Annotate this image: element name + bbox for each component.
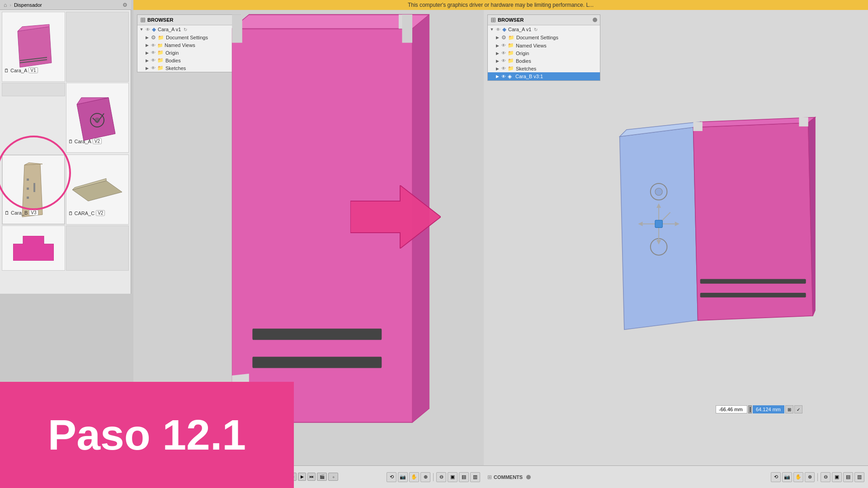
svg-point-31 — [655, 188, 662, 195]
toolbar-right-zoom[interactable]: ⊖ — [821, 472, 830, 482]
thumbnail-icon-b: 🗒 — [5, 210, 9, 216]
folder-right-bodies: 📁 — [508, 58, 514, 64]
browser-right-doc-settings[interactable]: ▶ ⚙ 📁 Document Settings — [488, 33, 600, 42]
gear-icon-right: ⚙ — [501, 34, 506, 41]
comments-dot-right[interactable] — [526, 475, 531, 479]
toolbar-zoom[interactable]: ⊖ — [436, 472, 446, 482]
thumbnail-icon: 🗒 — [4, 68, 9, 73]
breadcrumb-separator: › — [9, 2, 11, 8]
svg-rect-49 — [799, 117, 808, 126]
svg-rect-23 — [252, 328, 382, 340]
toolbar-right-separator — [817, 473, 818, 481]
svg-rect-10 — [27, 178, 29, 181]
thumbnail-cara-c[interactable]: 🗒 CARA_C V2 — [66, 155, 129, 225]
comments-label-right: COMMENTS — [494, 474, 523, 480]
cara-a-1-label: 🗒 Cara_A V1 — [4, 67, 38, 73]
toolbar-right-rotate[interactable]: ⟲ — [771, 472, 781, 482]
directional-arrow — [350, 185, 441, 250]
browser-item-right-cara-a[interactable]: ▼ 👁 ◆ Cara_A v1 ↻ — [488, 25, 600, 33]
timeline-keyframe[interactable]: ⬦ — [328, 473, 338, 481]
browser-right-sketches[interactable]: ▶ 👁 📁 Sketches — [488, 65, 600, 72]
svg-marker-44 — [693, 123, 812, 320]
measure-value-2[interactable]: 64.124 mm — [753, 405, 784, 413]
third-row-thumbnails — [0, 225, 131, 272]
move-handle-bottom-right: ⊞ — [487, 474, 492, 480]
toolbar-right-render[interactable]: ▥ — [854, 472, 864, 482]
folder-right-origin: 📁 — [508, 50, 514, 56]
thumbnail-empty-1 — [66, 12, 129, 82]
cara-a-2-shape — [72, 91, 122, 145]
bracket-shape — [13, 236, 54, 261]
svg-rect-43 — [655, 220, 662, 227]
measurement-box: -66.46 mm ⁞ 64.124 mm ⊞ ✓ — [716, 405, 802, 413]
browser-right-origin[interactable]: ▶ 👁 📁 Origin — [488, 49, 600, 57]
notification-bar: This computer's graphics driver or hardw… — [133, 0, 868, 10]
bottom-toolbar-right: ⊞ COMMENTS ⟲ 📷 ✋ ⊕ ⊖ ▣ ▤ ▥ — [484, 465, 868, 488]
toolbar-right-view[interactable]: ▣ — [832, 472, 842, 482]
arrow-svg — [350, 185, 441, 249]
thumbnail-bracket[interactable] — [2, 225, 65, 271]
paso-text: Paso 12.1 — [48, 410, 246, 460]
home-icon: ⌂ — [4, 2, 7, 8]
svg-rect-13 — [33, 183, 35, 192]
toolbar-view[interactable]: ▣ — [448, 472, 458, 482]
svg-marker-16 — [13, 236, 54, 261]
svg-rect-50 — [693, 122, 702, 131]
left-panel-header: ⌂ › Dispensador ⚙ — [0, 0, 131, 10]
toolbar-render[interactable]: ▥ — [470, 472, 480, 482]
toolbar-display[interactable]: ▤ — [459, 472, 469, 482]
toolbar-pan[interactable]: ✋ — [409, 472, 419, 482]
thumbnail-grid: 🗒 Cara_A V1 🗒 Cara_A V2 — [0, 10, 131, 155]
toolbar-orbit[interactable]: ⊕ — [420, 472, 430, 482]
toolbar-camera[interactable]: 📷 — [398, 472, 408, 482]
browser-right-bodies[interactable]: ▶ 👁 📁 Bodies — [488, 57, 600, 65]
toolbar-separator — [433, 473, 434, 481]
svg-rect-24 — [252, 357, 382, 368]
right-viewport-svg — [601, 10, 868, 465]
toolbar-rotate[interactable]: ⟲ — [387, 472, 396, 482]
refresh-icon-right[interactable]: ↻ — [534, 27, 538, 32]
svg-marker-8 — [22, 164, 42, 217]
comments-area-right: ⊞ COMMENTS — [484, 474, 534, 480]
timeline-end[interactable]: ⏭ — [307, 473, 316, 481]
viewport-toolbar-right-icons: ⟲ 📷 ✋ ⊕ ⊖ ▣ ▤ ▥ — [767, 472, 868, 482]
thumbnail-empty-3 — [66, 225, 129, 271]
paso-label: Paso 12.1 — [0, 382, 294, 488]
gear-icon: ⚙ — [123, 2, 127, 8]
measure-value-1[interactable]: -66.46 mm — [716, 405, 747, 413]
second-row-thumbnails: 🗒 Cara_B V3 🗒 CARA_C V2 — [0, 155, 131, 225]
timeline-next[interactable]: ▶ — [298, 473, 306, 481]
cara-b-icon: ◈ — [508, 73, 512, 80]
browser-right-cara-b-active[interactable]: ▶ 👁 ◈ Cara_B v3:1 — [488, 72, 600, 80]
thumbnail-cara-a-2[interactable]: 🗒 Cara_A V2 — [66, 83, 129, 153]
timeline-frame[interactable]: 🎬 — [317, 473, 327, 481]
measure-expand[interactable]: ⊞ — [785, 405, 793, 413]
folder-right-settings: 📁 — [508, 35, 514, 41]
notification-text: This computer's graphics driver or hardw… — [408, 2, 594, 8]
toolbar-right-display[interactable]: ▤ — [843, 472, 853, 482]
browser-right-named-views[interactable]: ▶ 👁 📁 Named Views — [488, 42, 600, 49]
toolbar-right-orbit[interactable]: ⊕ — [805, 472, 815, 482]
svg-marker-51 — [350, 185, 441, 249]
measure-ok[interactable]: ✓ — [794, 405, 802, 413]
thumbnail-icon-c: 🗒 — [68, 211, 73, 216]
cara-a-2-label: 🗒 Cara_A V2 — [68, 138, 102, 144]
browser-close-right[interactable] — [593, 18, 597, 22]
thumbnail-empty-2 — [2, 83, 65, 96]
measure-separator: ⁞ — [748, 405, 752, 413]
component-icon-right: ◆ — [502, 26, 506, 33]
right-panel: ⊞ BROWSER ▼ 👁 ◆ Cara_A v1 ↻ ▶ ⚙ 📁 Docume… — [484, 10, 868, 488]
toolbar-right-pan[interactable]: ✋ — [793, 472, 803, 482]
svg-rect-47 — [700, 279, 806, 284]
svg-rect-48 — [700, 293, 806, 297]
thumbnail-cara-b[interactable]: 🗒 Cara_B V3 — [2, 155, 65, 225]
cara-c-label: 🗒 CARA_C V2 — [68, 210, 105, 216]
viewport-toolbar-icons: ⟲ 📷 ✋ ⊕ ⊖ ▣ ▤ ▥ — [383, 472, 484, 482]
cara-a-1-shape — [11, 22, 56, 72]
svg-rect-26 — [232, 14, 242, 42]
folder-right-views: 📁 — [508, 42, 514, 48]
thumbnail-cara-a-1[interactable]: 🗒 Cara_A V1 — [2, 12, 65, 82]
browser-panel-right: ⊞ BROWSER ▼ 👁 ◆ Cara_A v1 ↻ ▶ ⚙ 📁 Docume… — [487, 14, 600, 81]
toolbar-right-camera[interactable]: 📷 — [782, 472, 792, 482]
svg-marker-14 — [72, 181, 122, 201]
